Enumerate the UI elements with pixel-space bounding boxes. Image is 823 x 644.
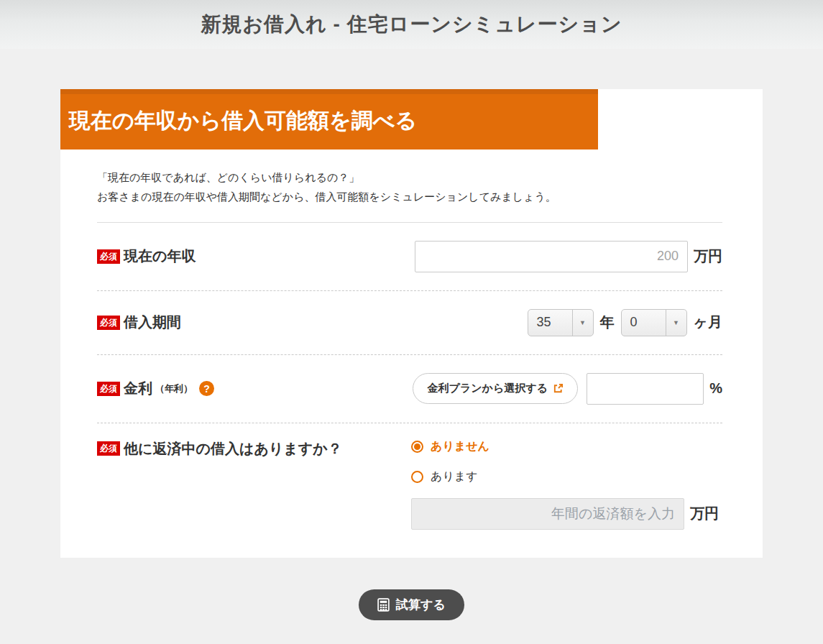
- section-description: 「現在の年収であれば、どのくらい借りられるの？」 お客さまの現在の年収や借入期間…: [97, 167, 722, 206]
- radio-option-yes[interactable]: あります: [411, 469, 722, 484]
- rate-sublabel: （年利）: [155, 382, 193, 395]
- row-loan-period: 必須 借入期間 35 ▼ 年 0 ▼ ヶ月: [97, 291, 722, 355]
- required-badge: 必須: [97, 316, 120, 330]
- help-icon[interactable]: ?: [199, 381, 214, 396]
- rate-plan-select-button[interactable]: 金利プランから選択する: [413, 373, 578, 404]
- description-line-2: お客さまの現在の年収や借入期間などから、借入可能額をシミュレーションしてみましょ…: [97, 187, 722, 206]
- page-title: 新規お借入れ - 住宅ローンシミュレーション: [201, 11, 622, 38]
- months-unit: ヶ月: [694, 313, 722, 332]
- radio-selected-icon[interactable]: [411, 441, 423, 453]
- rate-label-group: 必須 金利 （年利） ?: [97, 379, 214, 398]
- section-heading-banner: 現在の年収から借入可能額を調べる: [60, 89, 598, 150]
- radio-option-none[interactable]: ありません: [411, 439, 722, 454]
- rate-unit: %: [709, 380, 722, 397]
- income-label-group: 必須 現在の年収: [97, 247, 196, 266]
- row-interest-rate: 必須 金利 （年利） ? 金利プランから選択する: [97, 355, 722, 423]
- other-loans-radio-group: ありません あります: [411, 439, 722, 484]
- loan-period-years-select[interactable]: 35 ▼: [528, 309, 594, 336]
- repayment-unit: 万円: [690, 504, 719, 523]
- rate-input[interactable]: [587, 373, 704, 405]
- repayment-input-line: 万円: [411, 498, 722, 530]
- rate-plan-button-label: 金利プランから選択する: [427, 382, 547, 395]
- required-badge: 必須: [97, 382, 120, 396]
- period-label-group: 必須 借入期間: [97, 313, 181, 332]
- section-heading: 現在の年収から借入可能額を調べる: [60, 94, 598, 150]
- income-label: 現在の年収: [124, 247, 196, 266]
- radio-option-yes-label[interactable]: あります: [431, 469, 478, 484]
- income-unit: 万円: [694, 247, 722, 266]
- external-link-icon: [553, 383, 564, 394]
- calculate-button[interactable]: 試算する: [359, 589, 464, 620]
- row-current-income: 必須 現在の年収 万円: [97, 223, 722, 291]
- annual-repayment-input[interactable]: [411, 498, 684, 530]
- income-input[interactable]: [415, 241, 688, 272]
- calculator-icon: [377, 598, 390, 612]
- page-header: 新規お借入れ - 住宅ローンシミュレーション: [0, 0, 823, 49]
- months-select-value: 0: [622, 310, 666, 336]
- other-loans-label: 他に返済中の借入はありますか？: [124, 439, 342, 459]
- chevron-down-icon: ▼: [666, 310, 686, 336]
- row-other-loans: 必須 他に返済中の借入はありますか？ ありません あります 万円: [97, 423, 722, 548]
- chevron-down-icon: ▼: [572, 310, 593, 336]
- radio-option-none-label[interactable]: ありません: [431, 439, 489, 454]
- required-badge: 必須: [97, 249, 120, 264]
- years-select-value: 35: [528, 310, 572, 336]
- required-badge: 必須: [97, 441, 120, 456]
- other-loans-label-group: 必須 他に返済中の借入はありますか？: [97, 439, 342, 459]
- radio-unselected-icon[interactable]: [411, 471, 423, 483]
- loan-period-months-select[interactable]: 0 ▼: [621, 309, 687, 336]
- simulation-card: 現在の年収から借入可能額を調べる 「現在の年収であれば、どのくらい借りられるの？…: [60, 89, 763, 558]
- description-line-1: 「現在の年収であれば、どのくらい借りられるの？」: [97, 167, 722, 187]
- years-unit: 年: [600, 313, 615, 332]
- calculate-button-label: 試算する: [396, 597, 446, 613]
- rate-label: 金利: [124, 379, 152, 398]
- period-label: 借入期間: [124, 313, 181, 332]
